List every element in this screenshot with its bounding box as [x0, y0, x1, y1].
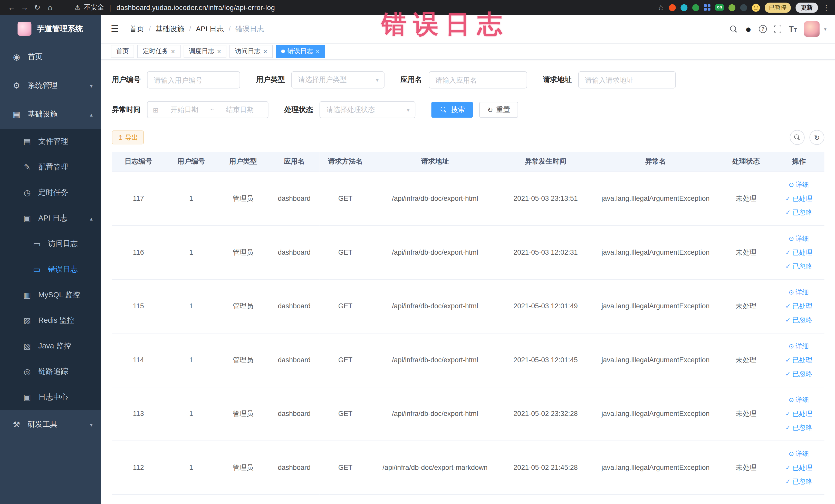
- detail-link[interactable]: ⊙详细: [775, 447, 822, 461]
- detail-link[interactable]: ⊙详细: [775, 393, 822, 407]
- omnibox[interactable]: ⚠ 不安全 | dashboard.yudao.iocoder.cn/infra…: [75, 3, 275, 12]
- mark-processed-link[interactable]: ✓已处理: [775, 461, 822, 475]
- github-icon[interactable]: ●: [746, 24, 752, 34]
- breadcrumb-item[interactable]: 基础设施: [156, 24, 184, 34]
- breadcrumb-item[interactable]: API 日志: [196, 24, 224, 34]
- exception-time-range-picker[interactable]: ⊞ 开始日期 ~ 结束日期: [147, 101, 268, 118]
- sidebar-item-api-log[interactable]: ▣ API 日志 ▴: [0, 206, 101, 231]
- bookmark-star-icon[interactable]: ☆: [657, 3, 664, 12]
- paused-badge[interactable]: 已暂停: [765, 2, 791, 12]
- sidebar-item-home[interactable]: ◉ 首页: [0, 43, 101, 72]
- browser-actions: ☆ on 已暂停 更新 ⋮: [657, 2, 830, 12]
- sidebar-item-scheduled-tasks[interactable]: ◷ 定时任务: [0, 180, 101, 206]
- extension-grid-icon[interactable]: [704, 4, 711, 11]
- toggle-search-button[interactable]: [790, 130, 805, 145]
- export-button[interactable]: ↥ 导出: [112, 130, 144, 144]
- detail-link[interactable]: ⊙详细: [775, 339, 822, 353]
- detail-link[interactable]: ⊙详细: [775, 231, 822, 245]
- mark-processed-link[interactable]: ✓已处理: [775, 191, 822, 205]
- user-id-label: 用户编号: [112, 75, 141, 85]
- mark-ignored-link[interactable]: ✓已忽略: [775, 205, 822, 219]
- sidebar-item-config-management[interactable]: ✎ 配置管理: [0, 155, 101, 180]
- check-icon: ✓: [785, 421, 791, 435]
- sidebar-item-infrastructure[interactable]: ▦ 基础设施 ▴: [0, 100, 101, 129]
- extension-icon-leaf[interactable]: [729, 4, 735, 11]
- sidebar-item-java-monitor[interactable]: ▧ Java 监控: [0, 334, 101, 359]
- detail-link[interactable]: ⊙详细: [775, 178, 822, 191]
- user-id-input[interactable]: [147, 72, 240, 88]
- sidebar-item-link-tracing[interactable]: ◎ 链路追踪: [0, 359, 101, 385]
- main-area: ☰ 首页 / 基础设施 / API 日志 / 错误日志 ● ? TT: [101, 15, 835, 504]
- table-row: 117 1 管理员 dashboard GET /api/infra/db-do…: [112, 172, 824, 225]
- search-button[interactable]: 搜索: [431, 102, 473, 118]
- tab-scheduled-tasks[interactable]: 定时任务 ×: [137, 45, 180, 58]
- mark-ignored-link[interactable]: ✓已忽略: [775, 367, 822, 381]
- search-icon: [794, 134, 801, 141]
- sidebar-item-log-center[interactable]: ▣ 日志中心: [0, 385, 101, 410]
- sidebar-item-file-management[interactable]: ▤ 文件管理: [0, 129, 101, 155]
- close-icon[interactable]: ×: [171, 48, 175, 55]
- check-icon: ✓: [785, 191, 791, 205]
- hamburger-icon[interactable]: ☰: [111, 23, 119, 35]
- mark-processed-link[interactable]: ✓已处理: [775, 407, 822, 421]
- extension-on-badge[interactable]: on: [715, 4, 724, 11]
- logo[interactable]: 芋道管理系统: [0, 15, 101, 43]
- extension-icon-green[interactable]: [692, 4, 699, 11]
- reset-button[interactable]: ↻ 重置: [479, 102, 518, 118]
- chevron-up-icon: ▴: [90, 216, 93, 221]
- tab-error-log[interactable]: 错误日志 ×: [276, 45, 325, 58]
- filter-row-1: 用户编号 用户类型 请选择用户类型 ▾ 应用名: [112, 72, 824, 88]
- document-icon: ▭: [32, 239, 41, 248]
- gear-icon: ⚙: [12, 81, 21, 90]
- sidebar-item-system-management[interactable]: ⚙ 系统管理 ▾: [0, 72, 101, 100]
- tab-home[interactable]: 首页: [111, 45, 134, 58]
- extension-emoji-icon[interactable]: [752, 3, 760, 11]
- help-icon[interactable]: ?: [759, 25, 767, 33]
- mark-ignored-link[interactable]: ✓已忽略: [775, 259, 822, 273]
- update-button[interactable]: 更新: [795, 2, 818, 12]
- refresh-button[interactable]: ↻: [809, 130, 824, 145]
- browser-menu-icon[interactable]: ⋮: [823, 3, 830, 11]
- detail-link[interactable]: ⊙详细: [775, 285, 822, 299]
- table-header-row: 日志编号 用户编号 用户类型 应用名 请求方法名 请求地址 异常发生时间 异常名…: [112, 152, 824, 172]
- mark-processed-link[interactable]: ✓已处理: [775, 353, 822, 367]
- close-icon[interactable]: ×: [263, 48, 267, 55]
- chevron-down-icon: ▾: [90, 83, 93, 89]
- user-type-select[interactable]: 请选择用户类型 ▾: [291, 72, 385, 88]
- fullscreen-icon[interactable]: [774, 26, 781, 33]
- tab-access-log[interactable]: 访问日志 ×: [230, 45, 272, 58]
- omnibox-divider: |: [109, 3, 111, 11]
- browser-back-icon[interactable]: ←: [5, 3, 18, 12]
- mark-processed-link[interactable]: ✓已处理: [775, 299, 822, 313]
- sidebar-item-redis-monitor[interactable]: ▨ Redis 监控: [0, 308, 101, 334]
- column-header: 日志编号: [112, 152, 165, 172]
- sidebar-item-error-log[interactable]: ▭ 错误日志: [0, 257, 101, 282]
- mark-ignored-link[interactable]: ✓已忽略: [775, 313, 822, 327]
- breadcrumb-item[interactable]: 首页: [130, 24, 144, 34]
- mark-ignored-link[interactable]: ✓已忽略: [775, 421, 822, 435]
- sidebar-item-mysql-monitor[interactable]: ▥ MySQL 监控: [0, 282, 101, 308]
- app-name-input[interactable]: [428, 72, 527, 88]
- search-icon[interactable]: [730, 25, 738, 33]
- font-size-icon[interactable]: TT: [789, 24, 797, 34]
- browser-forward-icon[interactable]: →: [18, 3, 31, 12]
- mark-ignored-link[interactable]: ✓已忽略: [775, 474, 822, 488]
- extension-icon-orange[interactable]: [669, 4, 676, 11]
- eye-icon: ⊙: [789, 231, 794, 245]
- sidebar-item-dev-tools[interactable]: ⚒ 研发工具 ▾: [0, 410, 101, 439]
- browser-home-icon[interactable]: ⌂: [44, 3, 57, 12]
- extension-icon-teal[interactable]: [681, 4, 688, 11]
- extension-icon-paw[interactable]: [740, 4, 747, 11]
- table-row: 114 1 管理员 dashboard GET /api/infra/db-do…: [112, 333, 824, 387]
- tab-schedule-log[interactable]: 调度日志 ×: [184, 45, 226, 58]
- avatar[interactable]: [805, 21, 820, 37]
- close-icon[interactable]: ×: [217, 48, 221, 55]
- sidebar-item-access-log[interactable]: ▭ 访问日志: [0, 231, 101, 257]
- request-url-input[interactable]: [578, 72, 676, 88]
- process-status-select[interactable]: 请选择处理状态 ▾: [320, 101, 415, 118]
- eye-icon: ⊙: [789, 285, 794, 299]
- avatar-caret-icon[interactable]: ▾: [824, 26, 826, 32]
- browser-reload-icon[interactable]: ↻: [31, 3, 44, 12]
- close-icon[interactable]: ×: [316, 48, 320, 55]
- mark-processed-link[interactable]: ✓已处理: [775, 245, 822, 259]
